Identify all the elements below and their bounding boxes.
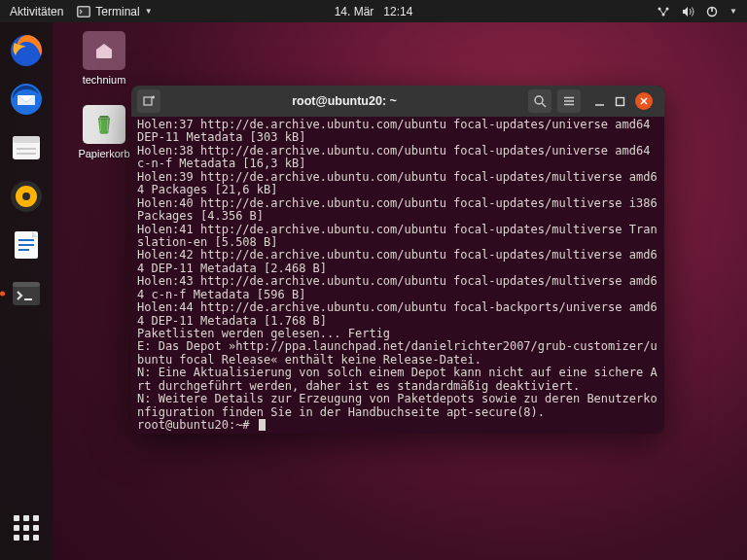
search-button[interactable] (528, 89, 551, 113)
terminal-titlebar[interactable]: root@ubuntu20: ~ (131, 86, 664, 117)
terminal-line: Paketlisten werden gelesen... Fertig (137, 328, 658, 340)
minimize-icon (594, 96, 605, 107)
window-minimize-button[interactable] (594, 96, 605, 107)
terminal-line: Holen:38 http://de.archive.ubuntu.com/ub… (137, 145, 658, 171)
trash-icon (83, 105, 125, 144)
apps-grid-icon (14, 515, 39, 541)
svg-rect-11 (17, 148, 36, 150)
cursor (259, 419, 266, 431)
svg-rect-12 (17, 153, 36, 155)
terminal-line: Holen:42 http://de.archive.ubuntu.com/ub… (137, 249, 658, 275)
dock-item-files[interactable] (6, 127, 47, 168)
hamburger-menu-button[interactable] (557, 89, 581, 113)
close-icon (639, 96, 649, 106)
svg-point-15 (22, 192, 30, 200)
terminal-line: Holen:43 http://de.archive.ubuntu.com/ub… (137, 275, 658, 301)
svg-rect-21 (13, 282, 40, 287)
folder-home-icon (83, 31, 125, 70)
dock-item-thunderbird[interactable] (6, 79, 47, 120)
dock-item-firefox[interactable] (6, 30, 47, 71)
terminal-line: E: Das Depot »http://ppa.launchpad.net/d… (137, 340, 658, 367)
svg-rect-32 (617, 97, 624, 105)
clock-area[interactable]: 14. Mär 12:14 (335, 5, 413, 18)
svg-point-26 (535, 96, 543, 104)
chevron-down-icon: ▼ (145, 7, 153, 16)
maximize-icon (615, 96, 625, 107)
show-applications-button[interactable] (0, 508, 53, 548)
terminal-prompt[interactable]: root@ubuntu20:~# (137, 419, 658, 432)
activities-button[interactable]: Aktivitäten (10, 5, 63, 18)
clock-date: 14. Mär (335, 5, 374, 18)
svg-line-27 (542, 103, 546, 107)
window-close-button[interactable] (635, 92, 653, 110)
terminal-line: Holen:41 http://de.archive.ubuntu.com/ub… (137, 224, 658, 250)
window-title: root@ubuntu20: ~ (166, 94, 522, 108)
new-tab-button[interactable] (137, 89, 160, 113)
desktop-icon-label: Papierkorb (70, 148, 138, 159)
desktop-icon-label: technium (70, 74, 138, 86)
chevron-down-icon: ▼ (729, 7, 737, 16)
dock-item-terminal[interactable] (6, 273, 47, 314)
terminal-icon (77, 6, 90, 18)
new-tab-icon (142, 94, 156, 108)
hamburger-icon (562, 94, 576, 108)
system-menu[interactable]: ▼ (657, 6, 737, 18)
app-menu[interactable]: Terminal ▼ (77, 5, 152, 18)
dock-item-rhythmbox[interactable] (6, 176, 47, 217)
svg-rect-1 (79, 7, 89, 16)
power-icon (706, 6, 718, 18)
svg-rect-23 (144, 97, 152, 105)
terminal-line: Holen:37 http://de.archive.ubuntu.com/ub… (137, 119, 658, 145)
gnome-topbar: Aktivitäten Terminal ▼ 14. Mär 12:14 ▼ (0, 0, 747, 22)
app-menu-label: Terminal (95, 5, 139, 18)
terminal-line: N: Weitere Details zur Erzeugung von Pak… (137, 393, 658, 419)
svg-rect-10 (13, 136, 40, 143)
volume-icon (682, 6, 694, 18)
dock (0, 22, 53, 560)
network-icon (657, 6, 670, 18)
search-icon (533, 94, 547, 108)
svg-rect-19 (18, 249, 29, 251)
terminal-line: Holen:39 http://de.archive.ubuntu.com/ub… (137, 171, 658, 197)
terminal-line: Holen:44 http://de.archive.ubuntu.com/ub… (137, 301, 658, 328)
desktop-icon-trash[interactable]: Papierkorb (70, 105, 138, 159)
terminal-line: N: Eine Aktualisierung von solch einem D… (137, 367, 658, 393)
terminal-line: Holen:40 http://de.archive.ubuntu.com/ub… (137, 197, 658, 224)
clock-time: 12:14 (383, 5, 412, 18)
svg-rect-17 (18, 239, 34, 241)
terminal-window: root@ubuntu20: ~ Holen:37 http://de.arch… (131, 86, 664, 434)
svg-rect-18 (18, 244, 34, 246)
dock-item-writer[interactable] (6, 225, 47, 265)
desktop-icon-home[interactable]: technium (70, 31, 138, 86)
terminal-body[interactable]: Holen:37 http://de.archive.ubuntu.com/ub… (131, 117, 664, 434)
window-maximize-button[interactable] (615, 96, 625, 107)
